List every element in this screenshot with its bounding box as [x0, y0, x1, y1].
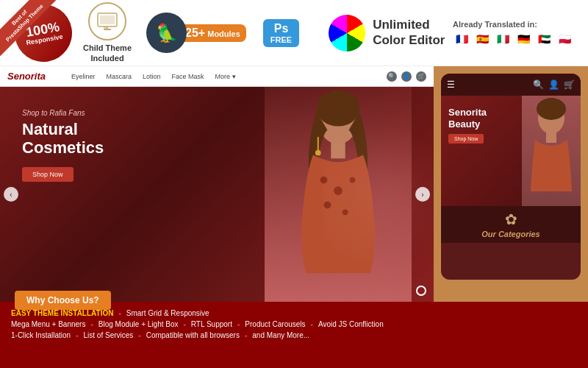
mobile-model-svg [522, 96, 581, 206]
top-banner: 100% Responsive Child ThemeIncluded 🦜 25… [0, 0, 588, 66]
sep-6: - [76, 331, 78, 339]
feature-mega-menu: Mega Menu + Banners [11, 320, 85, 328]
mobile-hero-text: SenoritaBeauty Shop Now [448, 107, 487, 144]
feature-all-browsers: Compatible with all browsers [146, 331, 240, 339]
user-nav-icon[interactable]: 👤 [401, 71, 412, 82]
mockup-logo: Senorita [7, 71, 46, 82]
prestashop-ribbon-text: Best ofPrestaShop Theme [0, 0, 57, 56]
flag-fr: 🇫🇷 [453, 32, 470, 46]
monitor-icon [96, 10, 118, 32]
feature-list-services: List of Services [84, 331, 134, 339]
modules-badge: 🦜 25+ Modules [146, 13, 246, 53]
mobile-hero: SenoritaBeauty Shop Now [441, 96, 581, 206]
mobile-nav-right-icons: 🔍 👤 🛒 [533, 79, 575, 90]
feature-blog-lightbox: Blog Module + Light Box [98, 320, 179, 328]
flag-ae: 🇦🇪 [535, 32, 553, 46]
child-theme-badge: Child ThemeIncluded [83, 2, 132, 63]
prestashop-ribbon: Best ofPrestaShop Theme [0, 0, 62, 63]
sep-3: - [183, 320, 185, 328]
color-editor-section: UnlimitedColor Editor [329, 15, 445, 52]
ps-text: Ps [274, 22, 289, 35]
feature-easy-install: EASY THEME INSTALLATION [11, 309, 113, 317]
hero-text-area: Shop to Rafia Fans NaturalCosmetics Shop… [22, 109, 104, 182]
sep-1: - [118, 309, 121, 317]
sep-7: - [138, 331, 140, 339]
mobile-hero-title: SenoritaBeauty [448, 107, 487, 130]
svg-rect-1 [100, 15, 115, 24]
nav-facemask[interactable]: Face Mask [172, 73, 204, 80]
flag-row: 🇫🇷 🇪🇸 🇮🇹 🇩🇪 🇦🇪 🇵🇱 [453, 32, 573, 46]
translated-section: Already Translated in: 🇫🇷 🇪🇸 🇮🇹 🇩🇪 🇦🇪 🇵🇱 [453, 20, 573, 46]
feature-smart-grid: Smart Grid & Responsive [126, 309, 209, 317]
mobile-cart-icon[interactable]: 🛒 [564, 79, 575, 90]
cart-nav-icon[interactable]: 🛒 [416, 71, 426, 82]
search-nav-icon[interactable]: 🔍 [387, 71, 397, 82]
hero-subtitle: Shop to Rafia Fans [22, 109, 104, 117]
feature-1click: 1-Click Installation [11, 331, 71, 339]
flag-it: 🇮🇹 [494, 32, 512, 46]
flag-es: 🇪🇸 [473, 32, 491, 46]
why-choose-button[interactable]: Why Choose Us? [15, 291, 111, 310]
shop-now-button[interactable]: Shop Now [22, 167, 74, 182]
mockup-nav-icons: 🔍 👤 🛒 [387, 71, 426, 82]
categories-text: Our Categories [481, 230, 539, 238]
sep-4: - [237, 320, 240, 328]
mobile-model-image [522, 96, 581, 206]
lotus-icon: ✿ [505, 210, 517, 228]
color-wheel-icon [329, 15, 365, 52]
flag-de: 🇩🇪 [514, 32, 532, 46]
modules-label: Modules [207, 29, 240, 38]
hero-title: NaturalCosmetics [22, 120, 104, 158]
mockup-nav: Senorita Eyeliner Mascara Lotion Face Ma… [0, 66, 434, 87]
free-label: FREE [270, 35, 292, 44]
svg-point-14 [315, 150, 321, 156]
svg-rect-4 [104, 26, 107, 30]
color-editor-text: UnlimitedColor Editor [373, 18, 445, 48]
mobile-search-icon[interactable]: 🔍 [533, 79, 544, 90]
sep-5: - [311, 320, 313, 328]
svg-point-16 [537, 98, 566, 120]
nav-eyeliner[interactable]: Eyeliner [71, 73, 96, 80]
puffin-icon: 🦜 [146, 13, 187, 53]
svg-rect-17 [546, 131, 556, 143]
mobile-nav: ☰ 🔍 👤 🛒 [441, 74, 581, 96]
modules-count-badge: 25+ Modules [179, 24, 246, 42]
features-bar: Why Choose Us? EASY THEME INSTALLATION -… [0, 302, 588, 368]
features-row-1: EASY THEME INSTALLATION - Smart Grid & R… [11, 309, 577, 317]
slider-prev-button[interactable]: ‹ [4, 187, 18, 202]
features-row-3: 1-Click Installation - List of Services … [11, 331, 577, 339]
translated-label: Already Translated in: [453, 20, 537, 29]
flag-pl: 🇵🇱 [556, 32, 573, 46]
feature-no-js-conflict: Avoid JS Confliction [318, 320, 384, 328]
nav-more[interactable]: More ▾ [215, 73, 236, 80]
nav-lotion[interactable]: Lotion [143, 73, 161, 80]
mobile-categories: ✿ Our Categories [441, 206, 581, 243]
slider-next-button[interactable]: › [415, 187, 430, 202]
mobile-shop-btn[interactable]: Shop Now [448, 134, 484, 144]
modules-count: 25+ [185, 26, 205, 39]
slider-dot[interactable] [416, 286, 426, 296]
child-theme-icon [88, 2, 126, 40]
mobile-user-icon[interactable]: 👤 [548, 79, 559, 90]
sep-2: - [90, 320, 93, 328]
mockup-hero: Shop to Rafia Fans NaturalCosmetics Shop… [0, 87, 434, 302]
feature-rtl: RTL Support [191, 320, 232, 328]
nav-mascara[interactable]: Mascara [107, 73, 132, 80]
child-theme-text: Child ThemeIncluded [83, 43, 132, 63]
feature-more: and Many More... [252, 331, 309, 339]
feature-carousels: Product Carousels [245, 320, 305, 328]
desktop-mockup: Senorita Eyeliner Mascara Lotion Face Ma… [0, 66, 434, 302]
features-list: EASY THEME INSTALLATION - Smart Grid & R… [0, 309, 588, 342]
ps-free-badge: Ps FREE [263, 19, 299, 47]
hamburger-icon[interactable]: ☰ [447, 79, 455, 90]
features-row-2: Mega Menu + Banners - Blog Module + Ligh… [11, 320, 577, 328]
mobile-mockup: ☰ 🔍 👤 🛒 SenoritaBeauty Shop Now [441, 74, 581, 280]
sep-8: - [245, 331, 247, 339]
